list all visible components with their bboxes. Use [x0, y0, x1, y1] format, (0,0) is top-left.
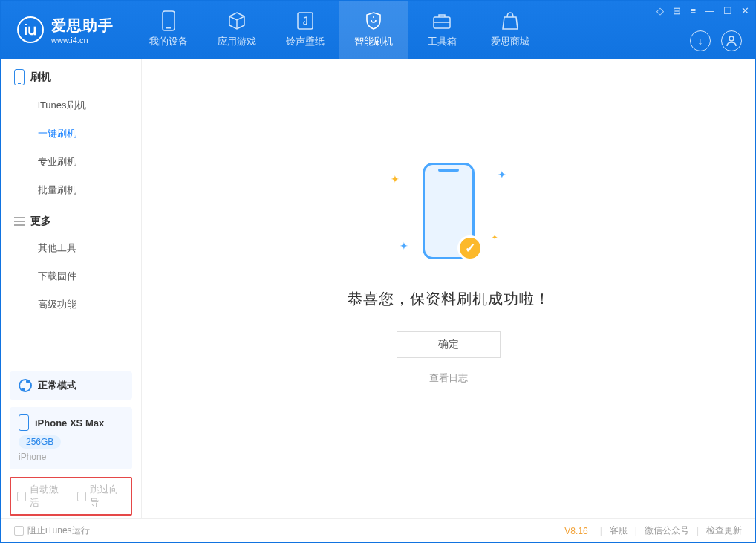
sidebar-item-download-firmware[interactable]: 下载固件	[1, 262, 141, 290]
app-window: iս 爱思助手 www.i4.cn 我的设备 应用游戏 铃声壁纸 智能刷机	[0, 0, 756, 543]
sidebar-section-flash: 刷机	[1, 59, 141, 91]
sidebar-section-more: 更多	[1, 204, 141, 234]
sidebar-item-pro-flash[interactable]: 专业刷机	[1, 148, 141, 176]
download-icon[interactable]: ↓	[690, 30, 711, 51]
footer-link-support[interactable]: 客服	[610, 524, 628, 537]
device-card[interactable]: iPhone XS Max 256GB iPhone	[10, 407, 132, 469]
sidebar-item-itunes-flash[interactable]: iTunes刷机	[1, 91, 141, 120]
svg-rect-2	[298, 13, 313, 29]
checkbox-icon	[17, 492, 26, 501]
header-right-icons: ↓	[690, 30, 742, 51]
device-icon	[159, 11, 178, 30]
footer-right: V8.16 | 客服 | 微信公众号 | 检查更新	[564, 524, 742, 537]
mode-card[interactable]: 正常模式	[10, 371, 132, 400]
checkbox-icon	[77, 492, 86, 501]
section-title: 更多	[30, 215, 51, 228]
sidebar-item-advanced[interactable]: 高级功能	[1, 290, 141, 319]
sparkle-icon: ✦	[498, 169, 506, 181]
app-logo-icon: iս	[17, 16, 44, 43]
ok-button[interactable]: 确定	[397, 331, 501, 358]
tab-apps-games[interactable]: 应用游戏	[203, 1, 271, 59]
body: 刷机 iTunes刷机 一键刷机 专业刷机 批量刷机 更多 其他工具 下载固件 …	[1, 59, 755, 518]
sidebar-bottom: 正常模式 iPhone XS Max 256GB iPhone 自动激活	[1, 371, 141, 518]
list-icon	[14, 217, 25, 226]
app-title: 爱思助手	[51, 16, 114, 36]
checkbox-auto-activate[interactable]: 自动激活	[17, 483, 65, 510]
app-subtitle: www.i4.cn	[51, 36, 114, 45]
tab-label: 应用游戏	[218, 35, 256, 48]
tab-label: 爱思商城	[491, 35, 529, 48]
shield-icon	[364, 11, 383, 30]
checkbox-skip-guide[interactable]: 跳过向导	[77, 483, 126, 510]
titlebar-feedback-icon[interactable]: ◇	[656, 5, 664, 16]
bag-icon	[501, 11, 520, 30]
main-content: ✦ ✦ ✦ ✦ ✓ 恭喜您，保资料刷机成功啦！ 确定 查看日志	[142, 59, 755, 518]
checkbox-label: 跳过向导	[90, 483, 125, 510]
mode-icon	[19, 379, 32, 392]
sidebar-item-batch-flash[interactable]: 批量刷机	[1, 176, 141, 204]
minimize-button[interactable]: —	[705, 5, 714, 16]
device-storage: 256GB	[19, 435, 61, 449]
mode-label: 正常模式	[38, 379, 76, 392]
tab-store[interactable]: 爱思商城	[476, 1, 544, 59]
sidebar-item-oneclick-flash[interactable]: 一键刷机	[1, 120, 141, 148]
sparkle-icon: ✦	[400, 240, 408, 252]
logo-area: iս 爱思助手 www.i4.cn	[1, 16, 127, 45]
cube-icon	[227, 11, 247, 30]
view-log-link[interactable]: 查看日志	[429, 371, 468, 385]
device-name: iPhone XS Max	[35, 417, 104, 429]
checkbox-label: 阻止iTunes运行	[27, 524, 90, 537]
tab-smart-flash[interactable]: 智能刷机	[339, 1, 408, 59]
tab-ringtone-wallpaper[interactable]: 铃声壁纸	[271, 1, 339, 59]
tab-toolbox[interactable]: 工具箱	[408, 1, 476, 59]
checkbox-label: 自动激活	[30, 483, 65, 510]
footer: 阻止iTunes运行 V8.16 | 客服 | 微信公众号 | 检查更新	[1, 518, 755, 542]
phone-small-icon	[19, 414, 29, 431]
svg-point-4	[729, 36, 734, 41]
device-type: iPhone	[19, 452, 123, 462]
sidebar: 刷机 iTunes刷机 一键刷机 专业刷机 批量刷机 更多 其他工具 下载固件 …	[1, 59, 142, 518]
briefcase-icon	[432, 11, 452, 30]
user-icon[interactable]	[721, 30, 742, 51]
checkbox-icon	[14, 526, 24, 536]
version-label: V8.16	[564, 526, 587, 536]
success-message: 恭喜您，保资料刷机成功啦！	[348, 289, 550, 309]
tab-label: 工具箱	[428, 35, 457, 48]
sparkle-icon: ✦	[492, 233, 498, 241]
tab-label: 我的设备	[149, 35, 188, 48]
svg-rect-1	[166, 27, 171, 29]
tab-my-device[interactable]: 我的设备	[134, 1, 203, 59]
sidebar-item-other-tools[interactable]: 其他工具	[1, 234, 141, 262]
tab-label: 铃声壁纸	[286, 35, 325, 48]
success-illustration: ✦ ✦ ✦ ✦ ✓	[374, 148, 523, 274]
music-icon	[296, 11, 315, 30]
checkbox-block-itunes[interactable]: 阻止iTunes运行	[14, 524, 90, 537]
main-tabs: 我的设备 应用游戏 铃声壁纸 智能刷机 工具箱 爱思商城	[134, 1, 544, 59]
maximize-button[interactable]: ☐	[723, 5, 732, 16]
footer-link-wechat[interactable]: 微信公众号	[645, 524, 689, 537]
sparkle-icon: ✦	[391, 173, 400, 185]
close-button[interactable]: ✕	[741, 5, 749, 16]
header: iս 爱思助手 www.i4.cn 我的设备 应用游戏 铃声壁纸 智能刷机	[1, 1, 755, 59]
logo-text: 爱思助手 www.i4.cn	[51, 16, 114, 45]
highlighted-checkbox-row: 自动激活 跳过向导	[10, 477, 132, 516]
success-check-icon: ✓	[457, 235, 483, 261]
footer-link-update[interactable]: 检查更新	[706, 524, 742, 537]
phone-small-icon	[14, 69, 25, 85]
titlebar-menu-icon[interactable]: ≡	[690, 5, 696, 16]
titlebar-skin-icon[interactable]: ⊟	[673, 5, 681, 16]
section-title: 刷机	[30, 71, 51, 84]
tab-label: 智能刷机	[354, 35, 393, 48]
titlebar-controls: ◇ ⊟ ≡ — ☐ ✕	[656, 5, 749, 16]
